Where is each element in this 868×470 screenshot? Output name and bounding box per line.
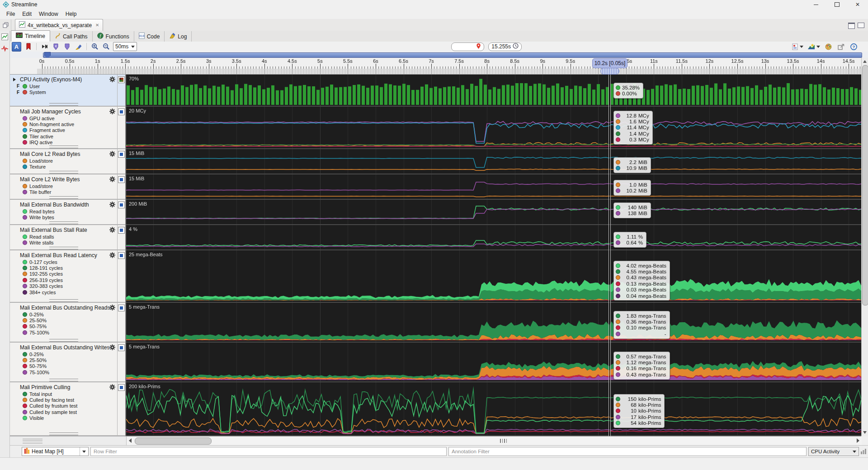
row-visibility-checkbox[interactable] [118, 344, 125, 351]
scroll-up-icon[interactable] [863, 60, 867, 63]
expand-arrow-icon[interactable] [13, 78, 16, 81]
gear-icon[interactable] [109, 305, 115, 312]
close-button[interactable]: ✕ [847, 0, 868, 9]
row-resize-handle[interactable] [49, 432, 78, 435]
legend-row-outreads[interactable]: Mali External Bus Outstanding Reads0-25%… [10, 303, 125, 343]
legend-series[interactable]: Read stalls [10, 234, 117, 240]
legend-series[interactable]: 384+ cycles [10, 289, 117, 295]
legend-series[interactable]: 75-100% [10, 369, 117, 375]
legend-resize-handle[interactable] [23, 439, 42, 443]
row-visibility-checkbox[interactable] [118, 76, 125, 83]
mini-chart-icon[interactable] [861, 449, 867, 456]
legend-series[interactable]: 256-319 cycles [10, 277, 117, 283]
chart-canvas-outreads[interactable] [126, 303, 861, 342]
tab-timeline[interactable]: Timeline [11, 30, 50, 42]
row-visibility-checkbox[interactable] [118, 384, 125, 391]
legend-series[interactable]: Load/store [10, 183, 117, 189]
legend-row-l2write[interactable]: Mali Core L2 Write BytesLoad/storeTile b… [10, 174, 125, 200]
legend-series[interactable]: Culled by frustum test [10, 403, 117, 409]
menu-file[interactable]: File [3, 10, 19, 18]
time-range-fill[interactable] [43, 52, 862, 58]
row-resize-handle[interactable] [49, 299, 78, 302]
legend-row-culling[interactable]: Mali Primitive CullingTotal inputCulled … [10, 382, 125, 436]
hscroll-thumb[interactable] [135, 437, 212, 445]
find-box[interactable] [451, 42, 484, 51]
legend-series[interactable]: Write stalls [10, 240, 117, 245]
legend-series[interactable]: 0-25% [10, 311, 117, 317]
legend-series[interactable]: 25-50% [10, 357, 117, 363]
annotation-filter-input[interactable] [448, 447, 807, 456]
legend-series[interactable]: 75-100% [10, 329, 117, 335]
legend-series[interactable]: Write bytes [10, 214, 117, 220]
legend-series[interactable]: Non-fragment active [10, 121, 117, 127]
cursor-time-badge[interactable]: 10.2s [0.05s] [592, 58, 627, 68]
maximize-button[interactable] [826, 0, 847, 9]
row-visibility-checkbox[interactable] [118, 202, 125, 208]
row-visibility-checkbox[interactable] [118, 305, 125, 311]
legend-row-stall[interactable]: Mali External Bus Stall RateRead stallsW… [10, 225, 125, 250]
row-filter-input[interactable] [90, 447, 447, 456]
legend-series[interactable]: 0-25% [10, 351, 117, 357]
gear-icon[interactable] [109, 151, 115, 158]
gear-icon[interactable] [109, 108, 115, 116]
bookmark-icon[interactable] [24, 42, 33, 51]
row-resize-handle[interactable] [49, 221, 78, 224]
tab-functions[interactable]: fFunctions [93, 31, 134, 42]
minimize-button[interactable] [806, 0, 826, 9]
tab-log[interactable]: Log [165, 31, 192, 42]
chart-view-icon[interactable] [1, 33, 8, 42]
restore-view-icon[interactable] [0, 19, 11, 31]
legend-series[interactable]: 192-255 cycles [10, 271, 117, 277]
menu-edit[interactable]: Edit [19, 10, 35, 18]
legend-series[interactable]: Tiler active [10, 133, 117, 139]
cursor-handle[interactable] [600, 68, 619, 75]
filter-icon[interactable] [63, 42, 71, 51]
gear-icon[interactable] [109, 227, 115, 234]
chart-canvas-cpu[interactable] [126, 75, 861, 106]
legend-series[interactable]: Visible [10, 415, 117, 421]
chart-canvas-outwrites[interactable] [126, 343, 861, 381]
vscroll-thumb[interactable] [862, 65, 868, 306]
legend-row-outwrites[interactable]: Mali External Bus Outstanding Writes0-25… [10, 343, 125, 382]
gear-icon[interactable] [109, 76, 115, 84]
chart-config-menu-icon[interactable] [807, 42, 820, 51]
zoom-out-icon[interactable] [102, 42, 110, 51]
scroll-left-icon[interactable] [129, 438, 132, 443]
legend-row-l2read[interactable]: Mali Core L2 Read BytesLoad/storeTexture [10, 149, 125, 174]
chart-canvas-busbw[interactable] [126, 200, 861, 224]
chart-canvas-l2write[interactable] [126, 174, 861, 199]
scroll-down-icon[interactable] [863, 431, 867, 434]
gear-icon[interactable] [109, 202, 115, 209]
brush-icon[interactable] [74, 42, 83, 51]
legend-series[interactable]: 0-127 cycles [10, 259, 117, 265]
pulse-view-icon[interactable] [1, 45, 9, 53]
scroll-right-icon[interactable] [857, 438, 859, 443]
legend-row-cpu[interactable]: CPU Activity (Exynos-M4)FUserFSystem [10, 75, 125, 107]
tab-code[interactable]: 010Code [134, 31, 165, 42]
legend-series[interactable]: Culled by facing test [10, 397, 117, 403]
row-resize-handle[interactable] [49, 247, 78, 249]
annotations-toggle-button[interactable]: A [12, 42, 21, 52]
goto-marker-icon[interactable] [40, 42, 49, 51]
row-visibility-checkbox[interactable] [118, 227, 125, 234]
filter-left-icon[interactable] [52, 42, 60, 51]
row-visibility-checkbox[interactable] [118, 176, 125, 183]
chart-canvas-latency[interactable] [126, 250, 861, 302]
find-input[interactable] [454, 43, 474, 50]
legend-row-latency[interactable]: Mali External Bus Read Latency0-127 cycl… [10, 250, 125, 303]
time-display-box[interactable]: 15.255s [488, 42, 522, 51]
legend-series[interactable]: Load/store [10, 158, 117, 164]
legend-series[interactable]: GPU active [10, 115, 117, 121]
legend-series[interactable]: Texture [10, 164, 117, 169]
legend-series[interactable]: 50-75% [10, 324, 117, 329]
legend-series[interactable]: Fragment active [10, 127, 117, 133]
chart-canvas-culling[interactable] [126, 382, 861, 435]
tab-callpaths[interactable]: Call Paths [50, 31, 93, 42]
heatmap-mode-select[interactable]: Heat Map [H] [22, 447, 89, 456]
legend-row-jobmgr[interactable]: Mali Job Manager CyclesGPU activeNon-fra… [10, 107, 125, 149]
resolution-select[interactable]: 50ms [113, 42, 137, 51]
chart-canvas-l2read[interactable] [126, 149, 861, 174]
time-ruler-canvas[interactable] [10, 58, 861, 75]
chart-canvas-stall[interactable] [126, 225, 861, 249]
legend-series[interactable]: 25-50% [10, 317, 117, 323]
